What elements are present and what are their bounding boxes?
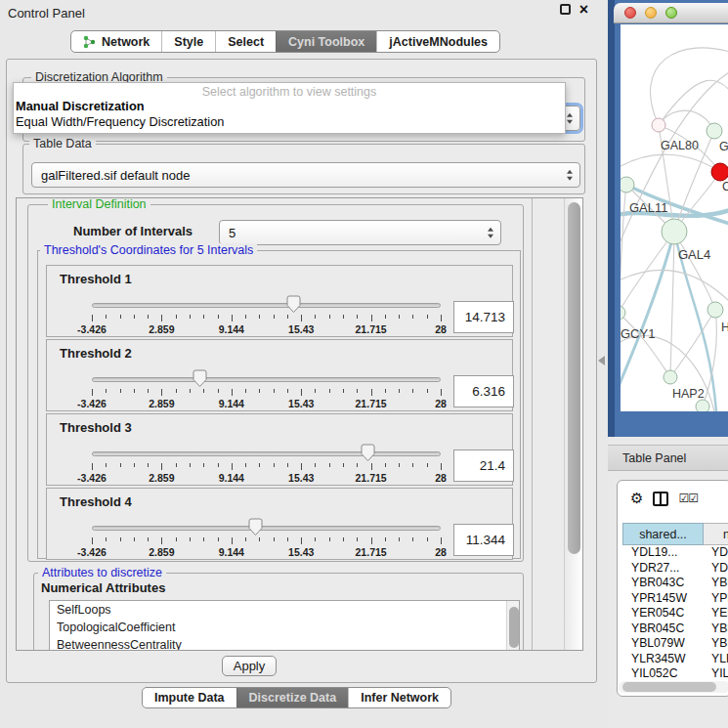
slider-tick (148, 463, 149, 467)
network-node-green[interactable] (696, 400, 709, 411)
cell-name: YDR2 (704, 561, 728, 577)
tab-cyni-toolbox[interactable]: Cyni Toolbox (276, 31, 376, 52)
network-node-label: HAP2 (672, 387, 705, 401)
table-row[interactable]: YER054CYER0 (622, 606, 728, 621)
cell-name: YBR0 (704, 621, 728, 637)
attribute-list-item[interactable]: SelfLoops (50, 601, 519, 619)
close-icon[interactable]: × (579, 4, 588, 15)
slider-tick (259, 463, 260, 467)
network-node-pink[interactable] (652, 118, 665, 132)
table-row[interactable]: YIL052CYIL0 (622, 666, 728, 679)
threshold-slider[interactable]: -3.4262.8599.14415.4321.71528 (86, 518, 448, 559)
slider-tick (120, 463, 121, 467)
network-node-green[interactable] (662, 219, 687, 244)
slider-track[interactable] (92, 526, 441, 531)
slider-tick (412, 537, 413, 541)
slider-track[interactable] (92, 303, 441, 308)
slider-tick (218, 537, 219, 541)
minimize-traffic-light-icon[interactable] (645, 7, 657, 19)
scrollbar-thumb[interactable] (622, 682, 716, 692)
slider-tick (399, 537, 400, 541)
apply-button[interactable]: Apply (222, 656, 277, 676)
slider-tick (441, 315, 442, 321)
tab-impute-data[interactable]: Impute Data (143, 688, 236, 707)
slider-tick (134, 315, 135, 319)
threshold-slider[interactable]: -3.4262.8599.14415.4321.71528 (86, 369, 448, 410)
slider-thumb-icon[interactable] (248, 518, 263, 540)
tab-label: jActiveMNodules (389, 35, 488, 49)
attribute-list-item[interactable]: BetweennessCentrality (50, 636, 519, 651)
slider-tick-label: 28 (435, 323, 447, 335)
slider-tick (399, 315, 400, 319)
popup-item-manual-discretization[interactable]: Manual Discretization (14, 99, 565, 114)
attribute-list-item[interactable]: TopologicalCoefficient (50, 619, 519, 636)
tab-label: Cyni Toolbox (288, 35, 364, 49)
table-data-combo[interactable]: galFiltered.sif default node (31, 162, 580, 188)
threshold-slider[interactable]: -3.4262.8599.14415.4321.71528 (86, 444, 448, 485)
splitpane-collapse-icon[interactable] (598, 356, 605, 365)
zoom-traffic-light-icon[interactable] (665, 7, 677, 19)
column-header-shared-name[interactable]: shared... (622, 523, 704, 545)
settings-scrollbar[interactable] (564, 198, 582, 650)
table-row[interactable]: YBL079WYBL0 (622, 636, 728, 652)
scrollbar-thumb[interactable] (568, 202, 580, 554)
column-header-name[interactable]: na (704, 523, 728, 545)
cell-name: YDL1 (704, 545, 728, 561)
tab-jactivemnodules[interactable]: jActiveMNodules (376, 31, 499, 52)
slider-tick (371, 389, 372, 396)
slider-track[interactable] (92, 377, 441, 382)
popup-hint: Select algorithm to view settings (14, 83, 565, 99)
threshold-value-field[interactable]: 11.344 (453, 524, 514, 556)
numerical-attributes-list[interactable]: SelfLoopsTopologicalCoefficientBetweenne… (49, 600, 520, 651)
network-node-green[interactable] (707, 123, 722, 139)
slider-tick (218, 315, 219, 319)
network-node-green[interactable] (621, 177, 634, 193)
network-node-green[interactable] (707, 302, 723, 318)
scrollbar-thumb[interactable] (509, 607, 519, 648)
tab-infer-network[interactable]: Infer Network (348, 688, 450, 707)
popup-item-equal-width[interactable]: Equal Width/Frequency Discretization (14, 114, 565, 130)
threshold-value-field[interactable]: 21.4 (453, 450, 514, 482)
table-row[interactable]: YDL19...YDL1 (622, 545, 728, 561)
slider-tick-label: 21.715 (356, 398, 387, 409)
table-row[interactable]: YBR045CYBR0 (622, 621, 728, 637)
tab-select[interactable]: Select (215, 31, 276, 52)
slider-thumb-icon[interactable] (286, 295, 301, 318)
slider-tick (343, 389, 344, 393)
slider-thumb-icon[interactable] (193, 369, 207, 392)
network-window-titlebar[interactable] (614, 3, 728, 23)
checkbox-icon[interactable]: ☑☑ (678, 492, 698, 505)
slider-track[interactable] (92, 451, 441, 456)
threshold-value-field[interactable]: 14.713 (453, 301, 514, 333)
threshold-slider[interactable]: -3.4262.8599.14415.4321.71528 (86, 295, 448, 336)
slider-tick (259, 389, 260, 393)
network-node-label: C (722, 180, 728, 193)
network-node-green[interactable] (664, 370, 677, 384)
table-row[interactable]: YDR27...YDR2 (622, 561, 728, 577)
table-row[interactable]: YBR043CYBR0 (622, 576, 728, 591)
network-node-red[interactable] (711, 163, 728, 181)
table-hscrollbar[interactable] (619, 681, 728, 693)
close-traffic-light-icon[interactable] (624, 7, 636, 19)
slider-tick (176, 389, 177, 393)
tab-discretize-data[interactable]: Discretize Data (236, 688, 349, 707)
slider-thumb-icon[interactable] (361, 444, 375, 466)
slider-tick (301, 537, 302, 544)
table-row[interactable]: YPR145WYPR1 (622, 591, 728, 607)
slider-tick (120, 389, 121, 393)
number-of-intervals-combo[interactable]: 5 (219, 220, 501, 245)
network-node-green[interactable] (621, 306, 625, 320)
slider-tick (245, 537, 246, 541)
threshold-value-field[interactable]: 6.316 (453, 375, 514, 407)
tab-network[interactable]: Network (71, 31, 161, 52)
tab-style[interactable]: Style (161, 31, 215, 52)
attributes-scrollbar[interactable] (506, 601, 519, 650)
float-window-icon[interactable] (560, 4, 571, 15)
slider-tick (148, 537, 149, 541)
network-edge (670, 310, 715, 377)
gear-icon[interactable]: ⚙ (630, 492, 643, 506)
slider-tick (106, 463, 107, 467)
columns-icon[interactable] (653, 492, 668, 506)
network-canvas[interactable]: GAL80GACGAL11GAL4GCY1HHAP2 (621, 24, 728, 411)
table-row[interactable]: YLR345WYLR3 (622, 652, 728, 667)
